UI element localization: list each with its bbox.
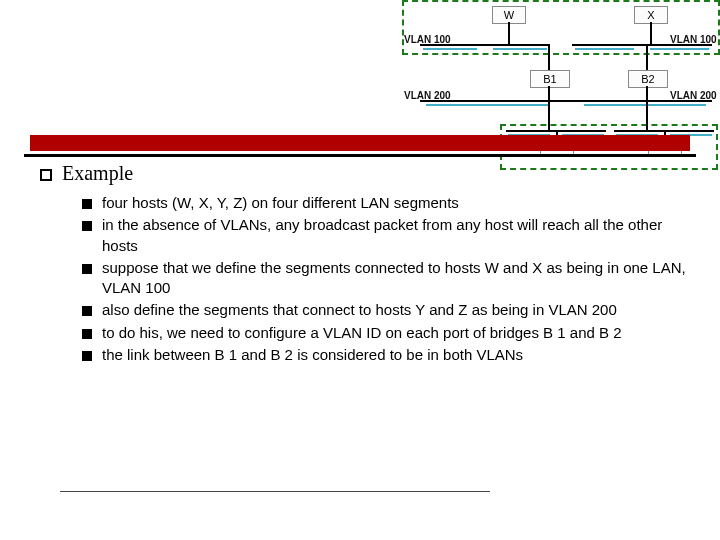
- host-w-label: W: [504, 9, 514, 21]
- list-item: in the absence of VLANs, any broadcast p…: [82, 215, 690, 256]
- bullet-icon: [82, 306, 92, 316]
- list-item: to do his, we need to configure a VLAN I…: [82, 323, 690, 343]
- bullet-text: the link between B 1 and B 2 is consider…: [102, 345, 690, 365]
- list-item: the link between B 1 and B 2 is consider…: [82, 345, 690, 365]
- bridge-b2: B2: [628, 70, 668, 88]
- bullet-text: also define the segments that connect to…: [102, 300, 690, 320]
- conn-b2-dn: [646, 86, 648, 130]
- vlan100-outline: [402, 0, 720, 55]
- heading-row: Example: [40, 162, 690, 185]
- host-x-label: X: [647, 9, 654, 21]
- heading-text: Example: [62, 162, 133, 184]
- vlan100-label-right: VLAN 100: [670, 34, 717, 45]
- title-bar: [30, 135, 690, 151]
- bridge-b2-label: B2: [641, 73, 654, 85]
- conn-w: [508, 22, 510, 44]
- bullet-text: suppose that we define the segments conn…: [102, 258, 690, 299]
- list-item: suppose that we define the segments conn…: [82, 258, 690, 299]
- list-item: also define the segments that connect to…: [82, 300, 690, 320]
- bullet-icon: [82, 351, 92, 361]
- bridge-b1: B1: [530, 70, 570, 88]
- slide-content: Example four hosts (W, X, Y, Z) on four …: [40, 152, 690, 367]
- conn-b1-up: [548, 44, 550, 70]
- bullet-icon: [82, 329, 92, 339]
- segment-mid: [420, 100, 712, 102]
- conn-b2-up: [646, 44, 648, 70]
- vlan200-label-right: VLAN 200: [670, 90, 717, 101]
- bullet-text: four hosts (W, X, Y, Z) on four differen…: [102, 193, 690, 213]
- bullet-list: four hosts (W, X, Y, Z) on four differen…: [40, 193, 690, 365]
- vlan200-label-left: VLAN 200: [404, 90, 451, 101]
- list-item: four hosts (W, X, Y, Z) on four differen…: [82, 193, 690, 213]
- bullet-text: in the absence of VLANs, any broadcast p…: [102, 215, 690, 256]
- conn-b1-dn: [548, 86, 550, 130]
- bullet-icon: [82, 221, 92, 231]
- bullet-icon: [82, 199, 92, 209]
- vlan100-label-left: VLAN 100: [404, 34, 451, 45]
- footer-rule: [60, 491, 490, 492]
- bullet-text: to do his, we need to configure a VLAN I…: [102, 323, 690, 343]
- heading-bullet-icon: [40, 169, 52, 181]
- bridge-b1-label: B1: [543, 73, 556, 85]
- conn-x: [650, 22, 652, 44]
- bullet-icon: [82, 264, 92, 274]
